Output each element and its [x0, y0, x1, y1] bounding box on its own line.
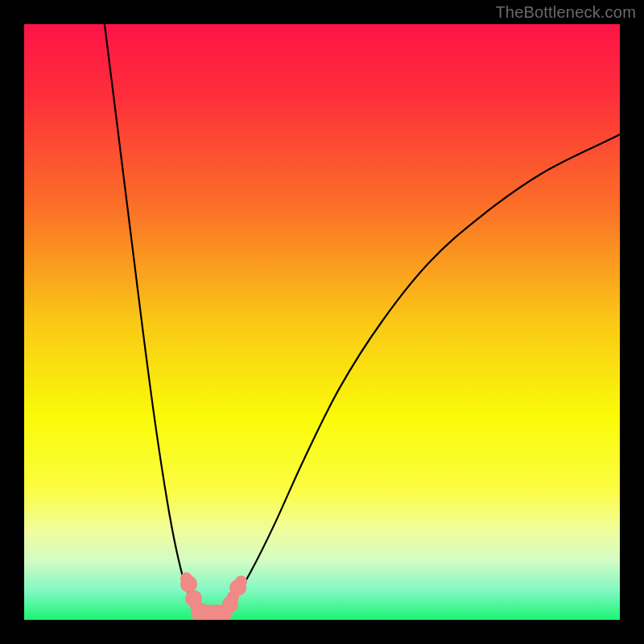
data-marker [235, 576, 247, 588]
watermark-text: TheBottleneck.com [495, 3, 636, 22]
chart-frame: TheBottleneck.com [0, 0, 644, 644]
bottleneck-curve [24, 24, 620, 620]
plot-area [24, 24, 620, 620]
